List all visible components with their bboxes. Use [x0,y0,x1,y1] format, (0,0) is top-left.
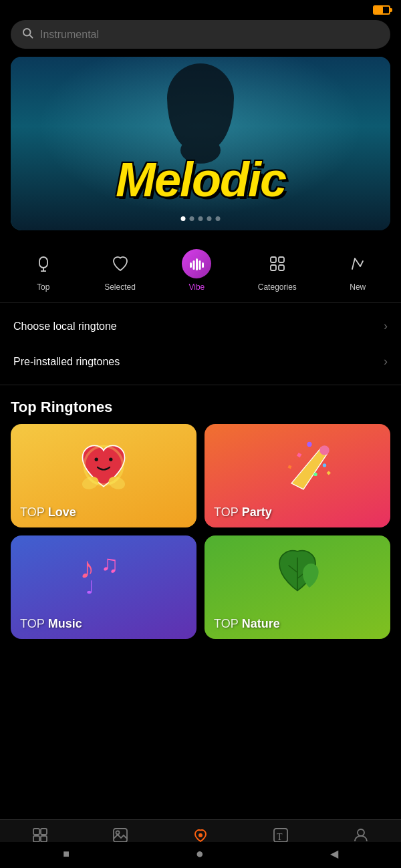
party-illustration [279,435,340,497]
search-input[interactable] [40,29,380,41]
nav-selected-icon [106,249,135,278]
svg-point-38 [358,829,364,836]
dot-3 [198,216,203,221]
svg-rect-5 [190,262,192,268]
music-card-label: TOP Music [20,617,82,631]
ringtone-card-music[interactable]: ♪ ♫ ♩ TOP Music [11,535,196,639]
svg-point-21 [323,463,326,467]
svg-rect-7 [196,258,198,270]
svg-text:♩: ♩ [86,577,94,597]
nav-new[interactable]: New [343,249,372,292]
svg-point-15 [109,457,112,461]
preinstalled-item[interactable]: Pre-installed ringtones › [0,344,401,379]
android-back-btn[interactable]: ◀ [330,847,338,860]
svg-rect-8 [199,260,201,270]
choose-local-label: Choose local ringtone [13,320,117,333]
top-ringtones-header: Top Ringtones [0,385,401,424]
leaf-illustration [267,542,327,612]
ringtone-card-love[interactable]: TOP Love [11,424,196,527]
svg-point-20 [307,441,311,446]
choose-local-item[interactable]: Choose local ringtone › [0,308,401,344]
nav-categories[interactable]: Categories [258,249,297,292]
nav-vibe-icon [182,249,211,278]
banner-title: Melodic [11,156,390,204]
nav-selected-label: Selected [104,282,136,292]
nav-top-icon [29,249,58,278]
nav-top[interactable]: Top [29,249,58,292]
hero-banner: Melodic [11,57,390,230]
search-icon [21,27,33,42]
svg-rect-33 [114,829,127,842]
nav-categories-icon [263,249,292,278]
preinstalled-chevron: › [384,355,388,369]
battery-icon [373,5,390,15]
nav-categories-label: Categories [258,282,297,292]
svg-rect-25 [288,465,292,469]
svg-rect-10 [271,257,276,262]
nav-new-icon [343,249,372,278]
nav-selected[interactable]: Selected [104,249,136,292]
nav-vibe-label: Vibe [188,282,205,292]
ringtone-grid: TOP Love TOP Party [0,424,401,650]
svg-point-35 [198,833,203,837]
svg-text:♫: ♫ [101,550,119,578]
nav-new-label: New [350,282,366,292]
choose-local-chevron: › [384,319,388,333]
svg-text:T: T [277,832,283,842]
heart-illustration [74,438,134,501]
svg-rect-23 [327,471,331,475]
banner-dots [181,216,221,221]
search-bar[interactable] [11,20,390,49]
dot-4 [207,216,212,221]
svg-rect-6 [193,260,195,270]
svg-rect-29 [33,829,39,835]
category-nav: Top Selected Vibe [0,241,401,303]
nature-card-label: TOP Nature [214,617,280,631]
svg-point-19 [319,445,329,455]
svg-rect-31 [33,836,39,842]
banner-silhouette [167,63,234,150]
dot-1 [181,216,186,221]
ringtone-card-party[interactable]: TOP Party [205,424,390,527]
android-nav: ■ ● ◀ [0,842,401,868]
svg-rect-22 [297,452,301,457]
svg-rect-11 [279,257,284,262]
android-home-btn[interactable]: ● [196,846,204,861]
android-square-btn[interactable]: ■ [63,848,70,860]
love-card-label: TOP Love [20,505,76,519]
nav-top-label: Top [37,282,49,292]
svg-point-24 [313,472,317,475]
svg-line-1 [29,35,32,37]
svg-point-14 [95,457,98,461]
ringtone-options: Choose local ringtone › Pre-installed ri… [0,303,401,385]
svg-rect-32 [41,836,47,842]
ringtone-card-nature[interactable]: TOP Nature [205,535,390,639]
svg-rect-2 [39,257,47,268]
nav-vibe[interactable]: Vibe [182,249,211,292]
dot-2 [190,216,194,221]
party-card-label: TOP Party [214,505,272,519]
svg-rect-30 [41,829,47,835]
music-illustration: ♪ ♫ ♩ [74,542,134,612]
svg-rect-12 [271,265,276,270]
status-bar [0,0,401,17]
dot-5 [216,216,221,221]
preinstalled-label: Pre-installed ringtones [13,356,120,368]
svg-rect-9 [202,262,204,268]
svg-rect-13 [279,265,284,270]
